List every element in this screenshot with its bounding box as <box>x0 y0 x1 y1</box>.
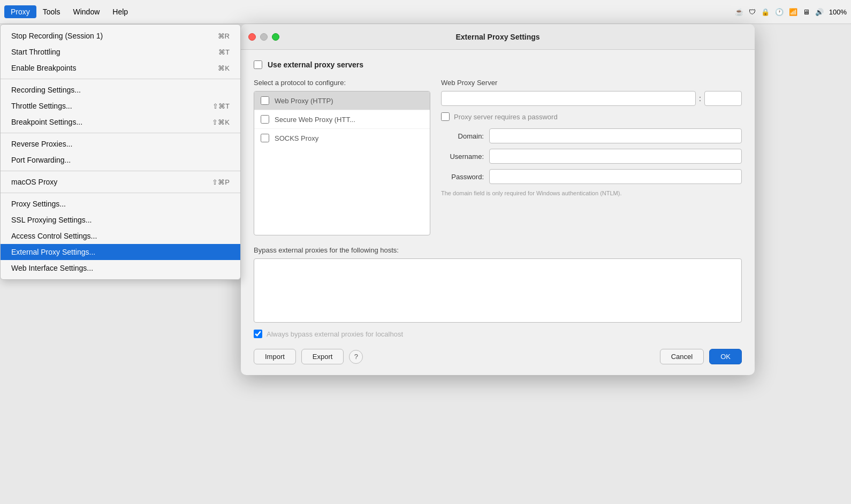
password-field-row: Password: <box>441 169 742 184</box>
menu-macos-proxy[interactable]: macOS Proxy ⇧⌘P <box>1 174 240 190</box>
password-label: Password: <box>441 173 484 181</box>
minimize-button[interactable] <box>260 33 268 41</box>
menu-external-proxy-settings[interactable]: External Proxy Settings... <box>1 244 240 260</box>
main-cols: Select a protocol to configure: Web Prox… <box>254 79 742 235</box>
dialog-titlebar: External Proxy Settings <box>241 24 755 50</box>
proto-checkbox-socks[interactable] <box>261 134 269 142</box>
menu-access-control-settings[interactable]: Access Control Settings... <box>1 228 240 244</box>
username-label: Username: <box>441 152 484 161</box>
dialog-title: External Proxy Settings <box>455 33 540 41</box>
volume-icon: 🔊 <box>815 8 824 16</box>
help-button[interactable]: ? <box>349 350 363 364</box>
menu-proxy-settings[interactable]: Proxy Settings... <box>1 196 240 212</box>
traffic-lights <box>248 33 279 41</box>
server-host-input[interactable] <box>441 91 696 106</box>
coffee-icon: ☕ <box>735 8 743 16</box>
proxy-dropdown-menu: Stop Recording (Session 1) ⌘R Start Thro… <box>0 24 241 280</box>
menubar-proxy[interactable]: Proxy <box>4 5 36 18</box>
domain-note: The domain field is only required for Wi… <box>441 189 742 197</box>
protocol-item-socks[interactable]: SOCKS Proxy <box>254 129 430 147</box>
battery-label: 100% <box>829 8 847 16</box>
menu-port-forwarding[interactable]: Port Forwarding... <box>1 152 240 168</box>
proto-label-socks: SOCKS Proxy <box>275 134 318 142</box>
requires-password-label: Proxy server requires a password <box>454 113 558 121</box>
protocol-item-http[interactable]: Web Proxy (HTTP) <box>254 91 430 110</box>
menu-ssl-proxying-settings[interactable]: SSL Proxying Settings... <box>1 212 240 228</box>
domain-input[interactable] <box>489 128 742 143</box>
protocol-section-label: Select a protocol to configure: <box>254 79 430 87</box>
lock-icon: 🔒 <box>761 8 770 16</box>
button-row: Import Export ? Cancel OK <box>254 349 742 364</box>
menubar: Proxy Tools Window Help ☕ 🛡 🔒 🕐 📶 🖥 🔊 10… <box>0 0 851 24</box>
shield-icon: 🛡 <box>749 8 756 16</box>
requires-password-checkbox[interactable] <box>441 112 450 121</box>
use-external-row: Use external proxy servers <box>254 60 742 69</box>
domain-field-row: Domain: <box>441 128 742 143</box>
use-external-label: Use external proxy servers <box>268 60 363 69</box>
import-button[interactable]: Import <box>254 349 296 364</box>
menu-reverse-proxies[interactable]: Reverse Proxies... <box>1 136 240 152</box>
clock-icon: 🕐 <box>775 8 784 16</box>
proto-label-http: Web Proxy (HTTP) <box>275 97 333 105</box>
screen-icon: 🖥 <box>803 8 810 16</box>
domain-label: Domain: <box>441 132 484 140</box>
protocol-column: Select a protocol to configure: Web Prox… <box>254 79 430 235</box>
menu-divider-2 <box>1 133 240 133</box>
maximize-button[interactable] <box>272 33 279 41</box>
menu-start-throttling[interactable]: Start Throttling ⌘T <box>1 44 240 60</box>
menubar-window[interactable]: Window <box>66 5 106 18</box>
menubar-help[interactable]: Help <box>106 5 134 18</box>
proxy-server-column: Web Proxy Server : Proxy server requires… <box>441 79 742 235</box>
menu-divider-1 <box>1 79 240 79</box>
username-field-row: Username: <box>441 149 742 164</box>
external-proxy-dialog: External Proxy Settings Use external pro… <box>241 24 755 375</box>
menu-divider-3 <box>1 171 240 171</box>
always-bypass-checkbox[interactable] <box>254 330 262 338</box>
menu-breakpoint-settings[interactable]: Breakpoint Settings... ⇧⌘K <box>1 114 240 130</box>
colon-separator: : <box>699 94 701 103</box>
cancel-button[interactable]: Cancel <box>660 349 704 364</box>
menu-throttle-settings[interactable]: Throttle Settings... ⇧⌘T <box>1 98 240 114</box>
always-bypass-label: Always bypass external proxies for local… <box>267 330 403 338</box>
proto-checkbox-http[interactable] <box>261 96 269 105</box>
proto-checkbox-https[interactable] <box>261 115 269 124</box>
menu-web-interface-settings[interactable]: Web Interface Settings... <box>1 260 240 276</box>
menu-recording-settings[interactable]: Recording Settings... <box>1 82 240 98</box>
protocol-item-https[interactable]: Secure Web Proxy (HTT... <box>254 110 430 129</box>
menu-divider-4 <box>1 193 240 193</box>
menubar-right: ☕ 🛡 🔒 🕐 📶 🖥 🔊 100% <box>735 8 847 16</box>
server-section-label: Web Proxy Server <box>441 79 742 87</box>
use-external-checkbox[interactable] <box>254 60 262 69</box>
export-button[interactable]: Export <box>301 349 344 364</box>
server-port-input[interactable] <box>704 91 742 106</box>
menu-enable-breakpoints[interactable]: Enable Breakpoints ⌘K <box>1 60 240 76</box>
proto-label-https: Secure Web Proxy (HTT... <box>275 116 355 124</box>
bypass-hosts-textarea[interactable] <box>254 258 742 323</box>
dialog-body: Use external proxy servers Select a prot… <box>241 50 755 375</box>
close-button[interactable] <box>248 33 256 41</box>
menu-stop-recording[interactable]: Stop Recording (Session 1) ⌘R <box>1 28 240 44</box>
server-address-row: : <box>441 91 742 106</box>
requires-password-row: Proxy server requires a password <box>441 112 742 121</box>
username-input[interactable] <box>489 149 742 164</box>
bypass-label: Bypass external proxies for the followin… <box>254 246 742 254</box>
password-input[interactable] <box>489 169 742 184</box>
menubar-tools[interactable]: Tools <box>36 5 67 18</box>
wifi-icon: 📶 <box>789 8 797 16</box>
always-bypass-row: Always bypass external proxies for local… <box>254 330 742 338</box>
ok-button[interactable]: OK <box>709 349 742 364</box>
protocol-list: Web Proxy (HTTP) Secure Web Proxy (HTT..… <box>254 91 430 235</box>
